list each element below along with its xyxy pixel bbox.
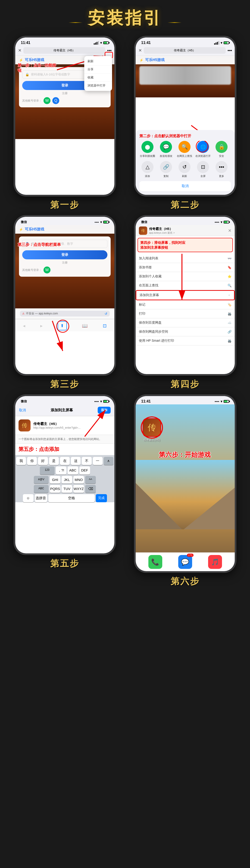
share-item-more[interactable]: ••• 更多 xyxy=(214,161,230,178)
list-item-sync[interactable]: 保存到网盘同步空间 🔗 xyxy=(136,327,235,336)
add-btn-5[interactable]: 添加 xyxy=(98,407,111,414)
wechat-btn-1[interactable]: W xyxy=(44,97,51,104)
key-你[interactable]: 你 xyxy=(27,457,37,465)
status-bar-6: 11:41 ▪▪▪▪ ▾ xyxy=(136,396,235,404)
share-item-send[interactable]: 💬 发送给朋友 xyxy=(158,141,174,158)
share-item-copy[interactable]: 🔗 复制 xyxy=(158,161,174,178)
status-icons-3: ▪▪▪▪ ▾ xyxy=(95,220,109,224)
step-5-screen: 微信 ▪▪▪▪ ▾ 取消 添加到主屏幕 添加 xyxy=(15,396,114,553)
game-logo-3: ⚡ 可乐H5游戏 xyxy=(15,225,114,234)
step-5-phone-wrapper: 微信 ▪▪▪▪ ▾ 取消 添加到主屏幕 添加 xyxy=(14,395,116,555)
key-shift[interactable]: ∧ xyxy=(104,457,113,465)
key-我[interactable]: 我 xyxy=(16,457,26,465)
step-1-screen: 11:41 ▾ xyxy=(15,37,114,195)
share-item-fullscreen[interactable]: ⊡ 全屏 xyxy=(195,161,211,178)
key-jkl[interactable]: JKL xyxy=(62,476,72,484)
key-hashtag[interactable]: #@V xyxy=(34,476,49,484)
list-item-favorites[interactable]: 添加到个人收藏 ⭐ xyxy=(136,272,235,281)
share-item-find-web[interactable]: 🔍 在网页上查找 xyxy=(176,141,193,158)
reload-icon-3[interactable]: ↺ xyxy=(105,312,107,315)
key-mno[interactable]: MNO xyxy=(73,476,84,484)
list-item-print[interactable]: 打印 🖨️ xyxy=(136,309,235,318)
signal-1 xyxy=(94,41,99,45)
register-link-3[interactable]: 注册 xyxy=(22,261,107,265)
key-123[interactable]: 123 xyxy=(40,466,55,474)
back-btn-3[interactable]: ◂ xyxy=(23,323,25,329)
app-bg-3: ⚡ 可乐H5游戏 👤 用户名请输入6-20位字母、数字 登录 注册 其他账号 xyxy=(15,225,114,308)
menu-dots-2[interactable]: ••• xyxy=(227,48,232,53)
fullscreen-icon: ⊡ xyxy=(197,161,209,173)
bar4 xyxy=(98,41,99,45)
list-item-baidu[interactable]: 保存到百度网盘 ☁️ xyxy=(136,318,235,327)
phone-dock-icon[interactable]: 📞 xyxy=(148,555,162,569)
kb-row-5: ☺ 选拼音 空格 完成 xyxy=(16,494,113,502)
app-header-4: 传 传奇霸主（H5） app.keleyx.com 速览 > ✕ xyxy=(136,225,235,236)
step-1-label: 第一步 xyxy=(50,199,79,211)
menu-dots-1[interactable]: ••• xyxy=(107,48,112,53)
menu-share[interactable]: 分享 xyxy=(84,65,112,73)
menu-collect[interactable]: 收藏 xyxy=(84,73,112,82)
tabs-btn-3[interactable]: ⊡ xyxy=(103,323,107,329)
key-def[interactable]: DEF xyxy=(79,466,90,474)
key-在[interactable]: 在 xyxy=(60,457,70,465)
list-item-reading[interactable]: 加入阅读列表 👓 xyxy=(136,254,235,263)
share-btn-3[interactable]: ⬆ xyxy=(58,321,67,330)
key-delete[interactable]: ⌫ xyxy=(85,485,96,493)
wechat-btn-3[interactable]: W xyxy=(44,267,51,274)
key-ghi[interactable]: GHI xyxy=(50,476,60,484)
close-btn-4[interactable]: ✕ xyxy=(228,228,231,233)
messages-dock-icon[interactable]: 💬 173 xyxy=(178,555,192,569)
key-pinyin[interactable]: 选拼音 xyxy=(35,494,47,502)
share-item-refresh[interactable]: ↺ 刷新 xyxy=(176,161,193,178)
list-item-bookmark[interactable]: 添加书签 🔖 xyxy=(136,263,235,272)
key-pqrs[interactable]: PQRS xyxy=(50,485,60,493)
key-不[interactable]: 不 xyxy=(82,457,91,465)
list-item-add-home[interactable]: 添加到主屏幕 ＋ xyxy=(136,290,235,300)
book-btn-3[interactable]: 📖 xyxy=(82,323,88,329)
key-一[interactable]: 一 xyxy=(93,457,103,465)
bar3 xyxy=(96,42,98,45)
key-是[interactable]: 是 xyxy=(49,457,59,465)
app-desc-5: 一个图标将会添加到您桌面的主屏幕上，使您能更快地访问此网站。 xyxy=(15,435,114,444)
bar2 xyxy=(95,42,96,45)
username-input-3[interactable]: 👤 用户名请输入6-20位字母、数字 xyxy=(22,240,107,248)
username-placeholder-3: 用户名请输入6-20位字母、数字 xyxy=(31,242,73,246)
status-icons-1: ▾ xyxy=(94,41,109,45)
register-link-1[interactable]: 注册 xyxy=(22,91,107,95)
share-item-open-browser[interactable]: 🌐 在浏览器打开 xyxy=(195,141,211,158)
cancel-btn-5[interactable]: 取消 xyxy=(19,408,26,412)
key-abc[interactable]: ABC xyxy=(67,466,78,474)
url-bar-1: 传奇霸主（H5） xyxy=(23,47,105,54)
social-login-1: 其他账号登录： W Q xyxy=(22,97,107,104)
menu-open-browser[interactable]: 浏览器中打开 xyxy=(84,82,112,90)
list-item-mark[interactable]: 标记 🏷️ xyxy=(136,300,235,309)
key-emoji[interactable]: ☺ xyxy=(23,494,33,502)
key-space[interactable]: 空格 xyxy=(48,494,95,502)
login-btn-3[interactable]: 登录 xyxy=(22,250,107,259)
list-item-hp[interactable]: 使用 HP Smart 进行打印 🖨️ xyxy=(136,336,235,345)
key-caps[interactable]: ^^ xyxy=(85,476,96,484)
cancel-btn-2[interactable]: 取消 xyxy=(139,181,231,191)
step-4-label: 第四步 xyxy=(171,378,200,390)
login-form-3: 👤 用户名请输入6-20位字母、数字 登录 注册 其他账号登录： W xyxy=(19,237,111,277)
menu-refresh[interactable]: 刷新 xyxy=(84,57,112,65)
close-btn-2[interactable]: ✕ xyxy=(138,48,142,53)
copy-icon: 🔗 xyxy=(160,161,172,173)
forward-btn-3[interactable]: ▸ xyxy=(40,323,43,329)
key-switch[interactable]: ABC xyxy=(34,485,49,493)
more-icon: ••• xyxy=(216,161,227,173)
list-item-find[interactable]: 在页面上查找 🔍 xyxy=(136,281,235,290)
qq-btn-1[interactable]: Q xyxy=(52,97,59,104)
share-item-security[interactable]: 🔒 安全 xyxy=(214,141,230,158)
key-tuv[interactable]: TUV xyxy=(62,485,72,493)
close-btn-1[interactable]: ✕ xyxy=(18,48,22,53)
key-punctuation[interactable]: ，?! xyxy=(56,466,66,474)
share-item-friends-circle[interactable]: ⬤ 分享到朋友圈 xyxy=(139,141,156,158)
status-icons-2: ▾ xyxy=(214,41,229,45)
key-好[interactable]: 好 xyxy=(38,457,48,465)
done-btn[interactable]: 完成 xyxy=(96,494,107,502)
key-这[interactable]: 这 xyxy=(71,457,81,465)
key-wxyz[interactable]: WXYZ xyxy=(73,485,84,493)
share-item-discover[interactable]: △ 添加 xyxy=(139,161,156,178)
music-dock-icon[interactable]: 🎵 xyxy=(208,555,222,569)
